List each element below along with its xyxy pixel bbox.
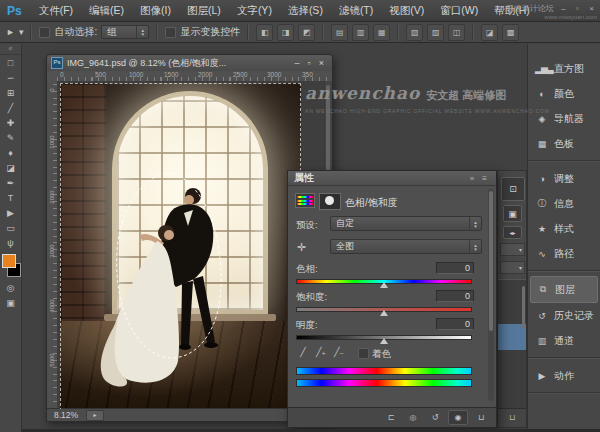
clip-to-layer-icon[interactable]: ⊏ (382, 411, 400, 424)
actions-icon: ▶ (535, 371, 548, 381)
pen-tool-icon[interactable]: ✒ (0, 175, 21, 190)
lightness-value-field[interactable]: 0 (436, 318, 474, 330)
restore-icon[interactable]: ▫ (573, 4, 582, 13)
saturation-slider-thumb[interactable] (380, 310, 388, 316)
eyedropper-tool-icon[interactable]: ╱ (0, 100, 21, 115)
hue-slider-thumb[interactable] (380, 282, 388, 288)
dock-item-layers[interactable]: ⧉ 图层 (530, 276, 598, 303)
distribute-top-icon[interactable]: ▧ (406, 24, 423, 41)
zoom-level-value[interactable]: 8.12% (54, 410, 78, 420)
move-tool-icon[interactable]: ► (6, 27, 15, 37)
doc-close-icon[interactable]: × (315, 58, 328, 68)
close-icon[interactable]: × (586, 4, 597, 13)
dock-item-history[interactable]: ↺ 历史记录 (528, 303, 600, 328)
photo-canvas[interactable] (60, 83, 301, 409)
align-horizontal-centers-icon[interactable]: ▥ (352, 24, 369, 41)
doc-restore-icon[interactable]: ▫ (304, 58, 315, 68)
tool-preset-dropdown-icon[interactable]: ▾ (19, 27, 24, 37)
healing-brush-tool-icon[interactable]: ✚ (0, 115, 21, 130)
align-top-edges-icon[interactable]: ◧ (256, 24, 273, 41)
menu-type[interactable]: 文字(Y) (229, 4, 280, 18)
forum-watermark: 思缘设计论坛 – ▫ × www.missyuan.com (506, 1, 597, 22)
lasso-tool-icon[interactable]: ∽ (0, 70, 21, 85)
channel-dropdown[interactable]: 全图 ▴▾ (330, 239, 482, 254)
clone-stamp-tool-icon[interactable]: ♦ (0, 145, 21, 160)
reset-adjustment-icon[interactable]: ↺ (426, 411, 444, 424)
toggle-visibility-icon[interactable]: ◉ (448, 410, 468, 425)
menu-filter[interactable]: 滤镜(T) (331, 4, 381, 18)
align-bottom-edges-icon[interactable]: ◩ (298, 24, 315, 41)
dock-item-paths[interactable]: ∿ 路径 (528, 241, 600, 266)
crop-tool-icon[interactable]: ⊞ (0, 85, 21, 100)
delete-adjustment-icon[interactable]: ⊔ (472, 411, 490, 424)
minimize-icon[interactable]: – (558, 4, 568, 13)
type-tool-icon[interactable]: T (0, 190, 21, 205)
panel-collapse-icon[interactable]: » (470, 174, 477, 183)
marquee-tool-icon[interactable]: □ (0, 55, 21, 70)
dock-item-info[interactable]: ⓘ 信息 (528, 191, 600, 216)
collapsed-panel-tile-icon[interactable]: ⊡ (501, 177, 525, 201)
show-transform-checkbox[interactable] (165, 27, 176, 38)
dock-item-swatches[interactable]: ▦ 色板 (528, 131, 600, 156)
hand-tool-icon[interactable]: ψ (0, 235, 21, 250)
psd-file-icon: Ps (51, 57, 63, 69)
dock-item-histogram[interactable]: ▂▅▃ 直方图 (528, 56, 600, 81)
path-selection-tool-icon[interactable]: ▶ (0, 205, 21, 220)
lightness-slider-thumb[interactable] (380, 338, 388, 344)
layer-list[interactable] (498, 279, 526, 408)
hue-value-field[interactable]: 0 (436, 262, 474, 274)
selected-layer-row[interactable] (498, 324, 526, 350)
opacity-dropdown[interactable]: ▾ (500, 261, 525, 274)
layers-scrollbar-thumb[interactable] (522, 286, 525, 328)
menu-edit[interactable]: 编辑(E) (81, 4, 132, 18)
collapse-panel-icon[interactable]: « (0, 44, 21, 55)
properties-header[interactable]: 属性 » ≡ (288, 171, 496, 186)
blend-mode-dropdown[interactable]: ▾ (500, 243, 525, 256)
align-right-edges-icon[interactable]: ▦ (373, 24, 390, 41)
align-vertical-centers-icon[interactable]: ◨ (277, 24, 294, 41)
auto-select-target-dropdown[interactable]: 组 ▴▾ (101, 25, 149, 39)
dock-item-styles[interactable]: ★ 样式 (528, 216, 600, 241)
menu-view[interactable]: 视图(V) (381, 4, 432, 18)
auto-select-checkbox[interactable] (39, 27, 50, 38)
menu-image[interactable]: 图像(I) (132, 4, 179, 18)
doc-minimize-icon[interactable]: – (291, 58, 304, 68)
menu-window[interactable]: 窗口(W) (432, 4, 486, 18)
status-options-icon[interactable]: ▸ (86, 410, 104, 421)
canvas-area[interactable] (57, 81, 325, 409)
panel-mini-arrows-icon[interactable]: ◂▸ (503, 226, 522, 239)
screen-mode-icon[interactable]: ▣ (0, 295, 21, 310)
colorize-checkbox[interactable] (358, 348, 369, 359)
menu-select[interactable]: 选择(S) (280, 4, 331, 18)
ruler-number: 0 (60, 71, 64, 78)
targeted-adjustment-icon[interactable]: ✛ (297, 241, 306, 254)
align-left-edges-icon[interactable]: ▤ (331, 24, 348, 41)
saturation-value-field[interactable]: 0 (436, 290, 474, 302)
brush-tool-icon[interactable]: ✎ (0, 130, 21, 145)
eyedropper-add-icon[interactable]: ╱₊ (314, 347, 328, 357)
dock-item-channels[interactable]: ▥ 通道 (528, 328, 600, 353)
preset-dropdown[interactable]: 自定 ▴▾ (330, 216, 482, 231)
document-title-bar[interactable]: Ps IMG_9641.psd @ 8.12% (色相/饱和度... – ▫ × (47, 55, 332, 72)
distribute-left-icon[interactable]: ◪ (481, 24, 498, 41)
distribute-vertical-icon[interactable]: ▨ (427, 24, 444, 41)
foreground-color-swatch[interactable] (2, 254, 16, 268)
eraser-tool-icon[interactable]: ◪ (0, 160, 21, 175)
menu-file[interactable]: 文件(F) (31, 4, 81, 18)
eyedropper-sample-icon[interactable]: ╱ (296, 347, 310, 357)
layers-bottom-bar[interactable]: ⊔ (498, 408, 526, 427)
layer-mask-icon[interactable] (319, 193, 341, 210)
collapsed-panel-tile-icon[interactable]: ▣ (503, 205, 522, 222)
dock-item-adjustments[interactable]: ◑ 调整 (528, 166, 600, 191)
shape-tool-icon[interactable]: ▭ (0, 220, 21, 235)
panel-menu-icon[interactable]: ≡ (482, 174, 490, 183)
quick-mask-icon[interactable]: ◎ (0, 280, 21, 295)
properties-scrollbar[interactable] (488, 189, 494, 401)
scrollbar-thumb[interactable] (489, 191, 493, 331)
eyedropper-subtract-icon[interactable]: ╱₋ (332, 347, 346, 357)
view-previous-state-icon[interactable]: ◎ (404, 411, 422, 424)
dock-item-actions[interactable]: ▶ 动作 (528, 363, 600, 388)
menu-layer[interactable]: 图层(L) (179, 4, 229, 18)
auto-align-layers-icon[interactable]: ▩ (502, 24, 519, 41)
distribute-bottom-icon[interactable]: ◫ (448, 24, 465, 41)
